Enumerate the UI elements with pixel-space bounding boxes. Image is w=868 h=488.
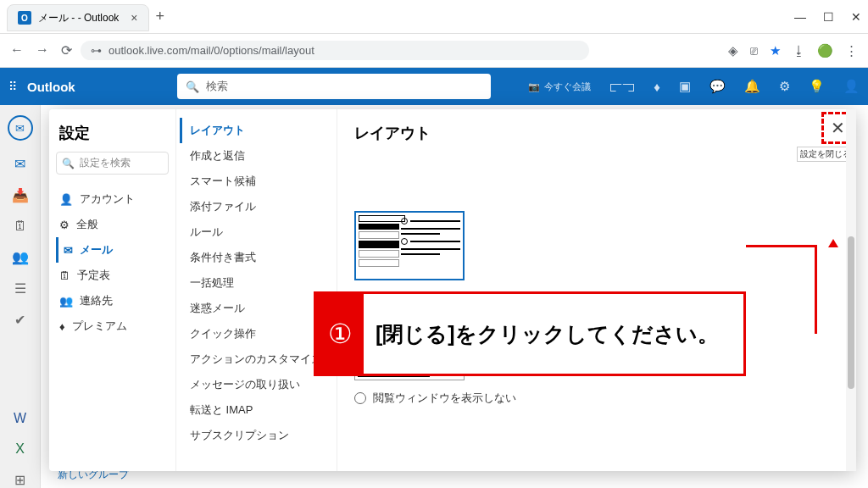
diamond-icon: ♦: [59, 320, 65, 333]
search-icon: 🔍: [62, 158, 75, 169]
rail-home-icon[interactable]: ✉: [8, 115, 33, 141]
mi-sweep[interactable]: 一括処理: [180, 270, 333, 296]
panel-scrollbar[interactable]: [846, 109, 856, 471]
suite-header: ⠿ Outlook 🔍 検索 📷 今すぐ会議 ⫍⫎ ♦ ▣ 💬 🔔 ⚙ 💡 👤: [0, 68, 868, 105]
cat-mail[interactable]: ✉メール: [56, 237, 169, 263]
teams-icon[interactable]: ⫍⫎: [609, 80, 635, 94]
forward-icon[interactable]: →: [36, 42, 49, 58]
callout-text: [閉じる]をクリックしてください。: [364, 314, 743, 354]
mi-fwd[interactable]: 転送と IMAP: [180, 397, 333, 423]
mi-compose[interactable]: 作成と返信: [180, 143, 333, 169]
rail-mail-icon[interactable]: ✉: [14, 156, 25, 172]
close-tab-icon[interactable]: ×: [131, 11, 137, 25]
cat-account[interactable]: 👤アカウント: [56, 186, 169, 212]
callout-number: ①: [316, 294, 364, 374]
left-rail: ✉ ✉ 📥 🗓 👥 ☰ ✔ W X ⊞: [0, 105, 41, 488]
settings-panel: 設定 🔍 設定を検索 👤アカウント ⚙全般 ✉メール 🗓予定表 👥連絡先 ♦プレ…: [49, 109, 856, 471]
cast-icon[interactable]: ⎚: [750, 43, 758, 58]
tab-title: メール - - Outlook: [38, 11, 119, 25]
meet-now-label: 今すぐ会議: [544, 80, 591, 93]
window-controls: — ☐ ✕: [794, 10, 861, 24]
mi-sub[interactable]: サブスクリプション: [180, 423, 333, 448]
close-window-icon[interactable]: ✕: [851, 10, 861, 24]
cat-contacts[interactable]: 👥連絡先: [56, 288, 169, 313]
new-tab-button[interactable]: +: [156, 8, 165, 25]
skype-icon[interactable]: ▣: [679, 79, 691, 94]
minimize-icon[interactable]: —: [794, 10, 806, 24]
url-text: outlook.live.com/mail/0/options/mail/lay…: [108, 44, 314, 57]
mi-smart[interactable]: スマート候補: [180, 169, 333, 194]
back-icon[interactable]: ←: [10, 42, 24, 58]
search-placeholder: 検索: [206, 79, 228, 94]
callout-connector: [746, 245, 817, 334]
download-icon[interactable]: ⭳: [793, 43, 805, 58]
mi-junk[interactable]: 迷惑メール: [180, 296, 333, 321]
mi-cond[interactable]: 条件付き書式: [180, 245, 333, 270]
settings-left-col: 設定 🔍 設定を検索 👤アカウント ⚙全般 ✉メール 🗓予定表 👥連絡先 ♦プレ…: [49, 109, 176, 471]
reading-pane-none-option[interactable]: 閲覧ウィンドウを表示しない: [354, 391, 839, 406]
mi-layout[interactable]: レイアウト: [180, 118, 333, 143]
people-icon: 👥: [59, 295, 73, 308]
callout-arrow-icon: [828, 239, 838, 247]
gear-icon[interactable]: ⚙: [779, 79, 790, 94]
menu-icon[interactable]: ⋮: [845, 43, 858, 58]
rail-word-icon[interactable]: W: [14, 411, 26, 426]
settings-search-placeholder: 設定を検索: [80, 156, 131, 170]
mail-icon: ✉: [64, 244, 73, 257]
brand-label: Outlook: [27, 80, 75, 94]
gear-icon: ⚙: [59, 219, 70, 231]
panel-title: レイアウト: [354, 123, 839, 143]
browser-toolbar: ← → ⟳ ⊶ outlook.live.com/mail/0/options/…: [0, 34, 868, 68]
rail-inbox-icon[interactable]: 📥: [12, 187, 29, 203]
outlook-favicon: O: [18, 11, 31, 25]
maximize-icon[interactable]: ☐: [823, 10, 834, 24]
instruction-callout: ① [閉じる]をクリックしてください。: [314, 291, 746, 376]
reading-pane-right-preview[interactable]: [354, 211, 465, 280]
person-icon: 👤: [59, 193, 73, 206]
address-bar[interactable]: ⊶ outlook.live.com/mail/0/options/mail/l…: [81, 41, 589, 60]
cat-premium[interactable]: ♦プレミアム: [56, 313, 169, 339]
reload-icon[interactable]: ⟳: [61, 42, 72, 58]
eye-icon[interactable]: ◈: [728, 43, 738, 58]
settings-title: 設定: [59, 123, 165, 143]
settings-mid-col: レイアウト 作成と返信 スマート候補 添付ファイル ルール 条件付き書式 一括処…: [176, 109, 337, 471]
tips-icon[interactable]: 💡: [809, 79, 825, 94]
meet-now-button[interactable]: 📷 今すぐ会議: [528, 80, 591, 93]
rail-groups-icon[interactable]: ☰: [14, 280, 26, 297]
premium-icon[interactable]: ♦: [654, 80, 660, 94]
cat-general[interactable]: ⚙全般: [56, 212, 169, 237]
profile-icon[interactable]: 🟢: [817, 43, 833, 58]
bell-icon[interactable]: 🔔: [744, 79, 760, 94]
cat-calendar[interactable]: 🗓予定表: [56, 263, 169, 288]
app-launcher-icon[interactable]: ⠿: [8, 80, 19, 93]
mi-custom[interactable]: アクションのカスタマイズ: [180, 347, 333, 372]
settings-search[interactable]: 🔍 設定を検索: [56, 152, 169, 175]
rail-todo-icon[interactable]: ✔: [14, 312, 25, 328]
rail-more-icon[interactable]: ⊞: [14, 472, 25, 488]
rail-calendar-icon[interactable]: 🗓: [14, 219, 27, 234]
chat-icon[interactable]: 💬: [709, 79, 726, 94]
browser-tab[interactable]: O メール - - Outlook ×: [7, 4, 149, 31]
site-info-icon[interactable]: ⊶: [91, 44, 102, 57]
bookmark-icon[interactable]: ★: [770, 43, 781, 58]
mi-rules[interactable]: ルール: [180, 219, 333, 245]
suite-search[interactable]: 🔍 検索: [177, 74, 491, 99]
calendar-icon: 🗓: [59, 269, 70, 282]
account-icon[interactable]: 👤: [843, 79, 860, 94]
radio-icon: [354, 392, 366, 404]
rail-excel-icon[interactable]: X: [15, 441, 25, 457]
search-icon: 🔍: [186, 80, 199, 93]
rail-people-icon[interactable]: 👥: [12, 249, 29, 265]
opt-none-label: 閲覧ウィンドウを表示しない: [373, 391, 516, 406]
browser-tab-strip: O メール - - Outlook × + — ☐ ✕: [0, 0, 868, 34]
mi-handling[interactable]: メッセージの取り扱い: [180, 372, 333, 397]
mi-attach[interactable]: 添付ファイル: [180, 194, 333, 219]
body-area: ✉ ✉ 📥 🗓 👥 ☰ ✔ W X ⊞ 新しいグループ 設定 🔍 設定を検索 👤…: [0, 105, 868, 488]
mi-quick[interactable]: クイック操作: [180, 321, 333, 347]
